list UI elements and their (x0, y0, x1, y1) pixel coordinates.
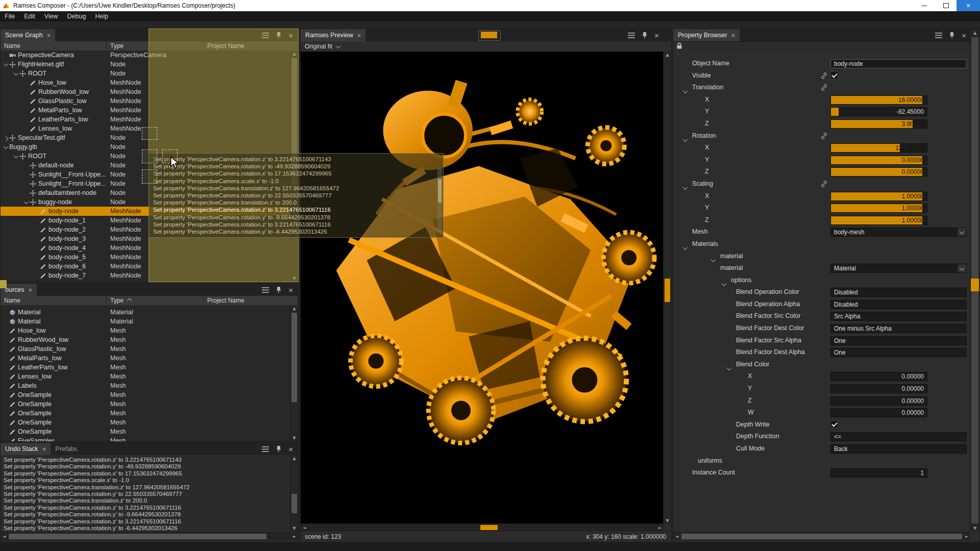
scene-row-ROOT[interactable]: ROOTNode (1, 69, 290, 78)
checkbox[interactable] (830, 71, 838, 79)
tab-close-icon[interactable]: × (731, 32, 736, 39)
expander-icon[interactable] (3, 145, 9, 149)
scroll-handle[interactable] (291, 313, 297, 402)
dropdown-field[interactable]: Material (830, 264, 967, 273)
dock-menu-icon[interactable] (262, 287, 269, 293)
scroll-right-icon[interactable]: ► (291, 533, 298, 540)
undo-entry[interactable]: Set property 'PerspectiveCamera.rotation… (4, 470, 290, 477)
tab-ramses-preview[interactable]: Ramses Preview × (301, 29, 365, 41)
tab-close-icon[interactable]: × (29, 287, 33, 293)
value-slider[interactable]: 1.00000 (830, 192, 927, 201)
scroll-right-icon[interactable]: ► (656, 524, 664, 531)
scroll-right-icon[interactable]: ► (963, 533, 970, 540)
dropdown-field[interactable]: body-mesh (830, 228, 967, 237)
scene-row-body-node_6[interactable]: body-node_6MeshNode (1, 262, 290, 271)
close-button[interactable]: × (957, 0, 980, 11)
dock-close-icon[interactable]: × (962, 32, 966, 39)
tab-close-icon[interactable]: × (357, 32, 361, 39)
number-field[interactable]: 0.00000 (830, 396, 927, 406)
scene-row-buggy-node[interactable]: buggy-nodeNode (1, 197, 290, 207)
menu-debug[interactable]: Debug (63, 11, 91, 21)
dock-menu-icon[interactable] (628, 33, 635, 38)
menu-file[interactable]: File (0, 11, 19, 21)
dock-pin-icon[interactable] (276, 445, 282, 453)
enum-field[interactable]: One (830, 348, 967, 357)
enum-field[interactable]: <= (830, 432, 967, 441)
scroll-handle[interactable] (291, 58, 297, 186)
number-field[interactable]: 0.00000 (830, 372, 927, 381)
undo-entry[interactable]: Set property 'PerspectiveCamera.translat… (4, 497, 290, 504)
number-field[interactable]: 0.00000 (830, 384, 927, 393)
resource-row-OneSample[interactable]: OneSampleMesh (1, 390, 290, 399)
dock-pin-icon[interactable] (642, 32, 648, 39)
scroll-down-icon[interactable]: ▼ (290, 275, 298, 282)
resource-row-RubberWood_low[interactable]: RubberWood_lowMesh (1, 335, 290, 344)
scroll-handle[interactable] (480, 525, 498, 530)
resource-row-Material[interactable]: MaterialMaterial (1, 308, 290, 317)
undo-entry[interactable]: Set property 'PerspectiveCamera.translat… (4, 484, 290, 491)
scene-row-body-node_4[interactable]: body-node_4MeshNode (1, 243, 290, 253)
tab-close-icon[interactable]: × (42, 446, 46, 453)
scene-row-Sunlight__Front-Uppe...[interactable]: Sunlight__Front-Uppe...Node (1, 179, 290, 188)
tab-property-browser[interactable]: Property Browser × (673, 29, 740, 41)
maximize-button[interactable] (935, 0, 957, 11)
undo-entry[interactable]: Set property 'PerspectiveCamera.rotation… (4, 457, 290, 463)
scene-row-FlightHelmet.gltf[interactable]: FlightHelmet.gltfNode (1, 60, 290, 69)
resource-row-OneSample[interactable]: OneSampleMesh (1, 399, 290, 409)
menu-edit[interactable]: Edit (19, 11, 40, 21)
resource-row-OneSample[interactable]: OneSampleMesh (1, 418, 290, 427)
scene-row-defaultambient-node[interactable]: defaultambient-nodeNode (1, 188, 290, 197)
scroll-up-icon[interactable]: ▲ (290, 51, 298, 57)
link-icon[interactable] (820, 72, 828, 82)
resource-row-Lenses_low[interactable]: Lenses_lowMesh (1, 372, 290, 381)
property-vscrollbar[interactable]: ▲ ▼ (970, 29, 979, 532)
column-project-name[interactable]: Project Name (204, 296, 298, 305)
enum-field[interactable]: Src Alpha (830, 312, 967, 321)
value-slider[interactable]: 3.90000 (830, 119, 927, 129)
resource-row-LeatherParts_low[interactable]: LeatherParts_lowMesh (1, 363, 290, 372)
scroll-handle[interactable] (481, 32, 497, 38)
expander-icon[interactable] (3, 136, 9, 140)
scroll-up-icon[interactable]: ▲ (290, 455, 298, 462)
preview-top-scrollbar[interactable] (478, 30, 501, 41)
chevron-down-icon[interactable] (957, 228, 966, 236)
expander-icon[interactable] (13, 155, 19, 158)
resource-row-Material[interactable]: MaterialMaterial (1, 317, 290, 326)
undo-entry[interactable]: Set property 'PerspectiveCamera.rotation… (4, 491, 290, 497)
enum-field[interactable]: Back (830, 444, 967, 454)
dock-menu-icon[interactable] (262, 33, 269, 38)
link-icon[interactable] (820, 84, 828, 93)
dock-menu-icon[interactable] (935, 33, 942, 38)
enum-field[interactable]: One (830, 336, 967, 345)
dock-close-icon[interactable]: × (654, 32, 659, 39)
scene-graph-vscrollbar[interactable]: ▲ ▼ (290, 51, 298, 282)
value-slider[interactable]: -82.45000 (830, 107, 927, 116)
scene-row-body-node_7[interactable]: body-node_7MeshNode (1, 271, 290, 280)
scene-row-LeatherParts_low[interactable]: LeatherParts_lowMeshNode (1, 115, 290, 124)
value-slider[interactable]: 1.00000 (830, 204, 927, 213)
undo-entry[interactable]: Set property 'PerspectiveCamera.rotation… (4, 505, 290, 511)
undo-vscrollbar[interactable]: ▲ ▼ (290, 455, 298, 532)
scene-row-body-node_2[interactable]: body-node_2MeshNode (1, 225, 290, 234)
resource-row-OneSample[interactable]: OneSampleMesh (1, 427, 290, 436)
menu-view[interactable]: View (40, 11, 63, 21)
undo-entry[interactable]: Set property 'PerspectiveCamera.rotation… (4, 511, 290, 518)
scene-row-Buggy.glb[interactable]: Buggy.glbNode (1, 142, 290, 152)
resource-row-FiveSamples[interactable]: FiveSamplesMesh (1, 436, 290, 441)
link-icon[interactable] (820, 132, 828, 142)
preview-vscrollbar[interactable]: ▲ ▼ (663, 52, 671, 524)
scene-row-Lenses_low[interactable]: Lenses_lowMeshNode (1, 124, 290, 133)
scroll-up-icon[interactable]: ▲ (664, 52, 671, 58)
tab-undo-stack[interactable]: Undo Stack × (1, 443, 51, 455)
property-hscrollbar[interactable]: ◄ ► (673, 532, 970, 540)
column-type[interactable]: Type (107, 41, 204, 51)
scene-row-Sunlight__Front-Uppe...[interactable]: Sunlight__Front-Uppe...Node (1, 170, 290, 179)
tab-scene-graph[interactable]: Scene Graph × (1, 29, 55, 41)
scroll-handle[interactable] (9, 534, 266, 539)
dock-close-icon[interactable]: × (288, 445, 293, 453)
value-slider[interactable]: 16.00000 (830, 95, 927, 105)
scroll-down-icon[interactable]: ▼ (970, 524, 979, 532)
undo-entry[interactable]: Set property 'PerspectiveCamera.scale.x'… (4, 477, 290, 484)
resource-row-Hose_low[interactable]: Hose_lowMesh (1, 326, 290, 335)
resource-row-OneSample[interactable]: OneSampleMesh (1, 409, 290, 418)
